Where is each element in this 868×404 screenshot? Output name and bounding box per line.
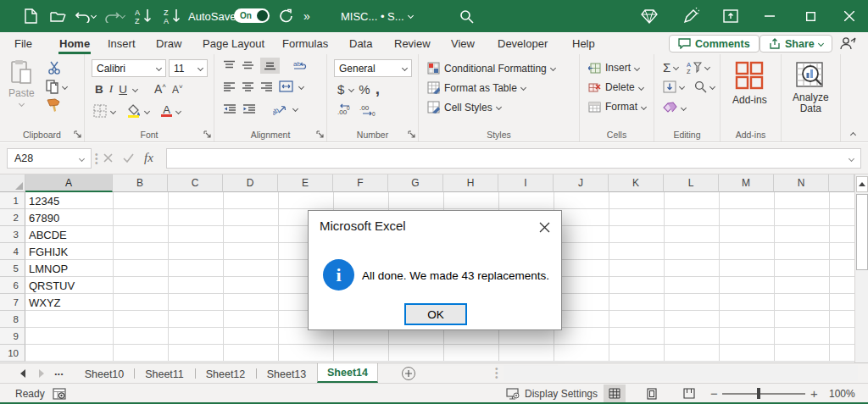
increase-font-button[interactable]: A˄ xyxy=(154,82,166,96)
clipboard-dialog-launcher[interactable] xyxy=(74,130,81,138)
tab-draw[interactable]: Draw xyxy=(154,32,183,54)
share-button[interactable]: Share xyxy=(760,35,832,53)
underline-chevron-icon[interactable] xyxy=(132,86,138,91)
borders-icon[interactable] xyxy=(93,104,107,118)
underline-button[interactable]: U xyxy=(119,83,127,96)
zoom-in-button[interactable]: + xyxy=(810,384,818,403)
column-header-M[interactable]: M xyxy=(719,174,774,192)
normal-view-button[interactable] xyxy=(604,385,626,402)
undo-icon[interactable] xyxy=(75,8,92,25)
qat-overflow[interactable]: » xyxy=(303,0,310,32)
row-header-5[interactable]: 5 xyxy=(0,260,25,277)
close-button[interactable] xyxy=(841,8,858,25)
column-header-N[interactable]: N xyxy=(774,174,829,192)
row-header-1[interactable]: 1 xyxy=(0,192,25,209)
sheet-scroll-left-icon[interactable] xyxy=(20,369,25,378)
comma-style-button[interactable]: , xyxy=(376,80,380,98)
select-all-corner[interactable] xyxy=(0,174,25,192)
name-box-resize-handle[interactable]: ••• xyxy=(95,152,98,165)
new-file-icon[interactable] xyxy=(22,8,39,25)
column-header-K[interactable]: K xyxy=(609,174,664,192)
number-format-select[interactable]: General xyxy=(334,59,412,77)
search-icon[interactable] xyxy=(458,8,475,25)
column-header-F[interactable]: F xyxy=(333,174,388,192)
autosum-chevron-icon[interactable] xyxy=(673,64,679,70)
analyze-data-button[interactable]: Analyze Data xyxy=(793,61,829,114)
bold-button[interactable]: B xyxy=(95,83,103,96)
zoom-slider-thumb[interactable] xyxy=(757,388,760,399)
copy-chevron-icon[interactable] xyxy=(62,84,68,90)
fill-color-icon[interactable] xyxy=(127,104,141,118)
tab-data[interactable]: Data xyxy=(348,32,374,54)
vertical-scroll-thumb[interactable] xyxy=(856,194,868,270)
row-header-4[interactable]: 4 xyxy=(0,243,25,260)
zoom-slider-track[interactable] xyxy=(722,393,805,395)
ok-button[interactable]: OK xyxy=(404,303,467,325)
italic-button[interactable]: I xyxy=(109,82,114,96)
zoom-out-button[interactable]: − xyxy=(710,384,718,403)
cut-icon[interactable] xyxy=(47,61,62,75)
clear-eraser-icon[interactable] xyxy=(663,102,677,113)
tabbar-resize-handle[interactable]: ••• xyxy=(495,367,498,379)
borders-chevron-icon[interactable] xyxy=(110,108,116,113)
refresh-icon[interactable] xyxy=(278,8,295,25)
decrease-decimal-icon[interactable]: .000 xyxy=(359,103,376,116)
row-header-3[interactable]: 3 xyxy=(0,226,25,243)
sheet-tab-sheet12[interactable]: Sheet12 xyxy=(196,364,255,384)
insert-cells-button[interactable]: Insert xyxy=(588,62,639,74)
cell-A2[interactable]: 67890 xyxy=(25,209,113,226)
page-layout-view-button[interactable] xyxy=(641,385,663,402)
cell-A5[interactable]: LMNOP xyxy=(25,260,113,277)
copy-icon[interactable] xyxy=(46,80,59,94)
formula-expand-chevron-icon[interactable] xyxy=(849,155,854,161)
row-header-9[interactable]: 9 xyxy=(0,328,25,345)
tab-formulas[interactable]: Formulas xyxy=(281,32,330,54)
sheet-tab-sheet11[interactable]: Sheet11 xyxy=(135,364,194,384)
clear-chevron-icon[interactable] xyxy=(681,104,687,110)
column-header-A[interactable]: A xyxy=(25,174,113,192)
column-header-E[interactable]: E xyxy=(278,174,333,192)
cell-A1[interactable]: 12345 xyxy=(25,192,113,209)
paste-button[interactable]: Paste xyxy=(8,59,35,106)
premium-diamond-icon[interactable] xyxy=(641,8,658,25)
sort-ascending-icon[interactable]: AZ xyxy=(134,8,156,25)
decrease-font-button[interactable]: A˅ xyxy=(172,83,183,96)
accounting-chevron-icon[interactable] xyxy=(348,86,354,91)
format-painter-icon[interactable] xyxy=(46,98,61,113)
conditional-formatting-button[interactable]: Conditional Formatting xyxy=(427,62,555,75)
orientation-chevron-icon[interactable] xyxy=(292,106,298,112)
zoom-level[interactable]: 100% xyxy=(829,384,855,403)
tab-view[interactable]: View xyxy=(449,32,476,54)
merge-chevron-icon[interactable] xyxy=(298,83,304,89)
column-header-G[interactable]: G xyxy=(388,174,443,192)
formula-input[interactable] xyxy=(166,148,861,169)
merge-center-icon[interactable] xyxy=(279,80,293,92)
open-folder-icon[interactable] xyxy=(49,8,66,25)
row-header-2[interactable]: 2 xyxy=(0,209,25,226)
center-icon[interactable] xyxy=(242,81,254,92)
sheet-tab-sheet14[interactable]: Sheet14 xyxy=(317,363,378,383)
bottom-align-icon[interactable] xyxy=(260,58,280,74)
increase-decimal-icon[interactable]: .000 xyxy=(336,103,353,116)
font-color-chevron-icon[interactable] xyxy=(175,108,181,113)
sort-filter-chevron-icon[interactable] xyxy=(704,64,710,70)
find-select-icon[interactable] xyxy=(694,80,707,93)
number-dialog-launcher[interactable] xyxy=(408,130,415,138)
column-header-partial[interactable] xyxy=(829,174,854,192)
ribbon-display-options-icon[interactable] xyxy=(722,8,739,25)
row-header-10[interactable]: 10 xyxy=(0,345,25,362)
delete-cells-button[interactable]: Delete xyxy=(588,81,643,93)
people-icon[interactable] xyxy=(839,36,856,51)
increase-indent-icon[interactable] xyxy=(242,103,256,114)
tab-home[interactable]: Home xyxy=(58,32,92,54)
maximize-button[interactable] xyxy=(802,8,819,25)
column-header-I[interactable]: I xyxy=(498,174,554,192)
font-name-select[interactable]: Calibri xyxy=(92,59,166,77)
font-size-select[interactable]: 11 xyxy=(169,59,208,77)
tab-insert[interactable]: Insert xyxy=(106,32,137,54)
align-right-icon[interactable] xyxy=(260,81,273,92)
tab-developer[interactable]: Developer xyxy=(496,32,549,54)
tab-help[interactable]: Help xyxy=(570,32,597,54)
column-header-H[interactable]: H xyxy=(443,174,498,192)
column-header-J[interactable]: J xyxy=(554,174,609,192)
